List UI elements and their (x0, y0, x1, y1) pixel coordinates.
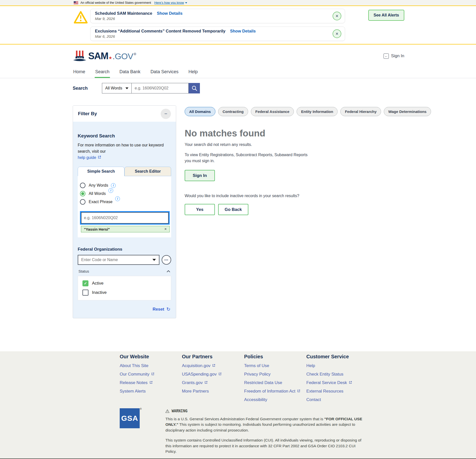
chevron-down-icon (152, 259, 156, 261)
gsa-registered-mark: ® (140, 408, 142, 410)
search-icon (191, 85, 198, 91)
chevron-up-icon[interactable] (166, 269, 170, 273)
chip-remove-icon[interactable]: × (164, 227, 167, 231)
info-icon[interactable]: i (115, 196, 120, 201)
footer-column-our-website: Our Website About This Site Our Communit… (120, 354, 182, 406)
footer-link-federal-service-desk[interactable]: Federal Service Desk (306, 380, 352, 385)
search-label: Search (73, 86, 102, 91)
logo-registered-mark: ® (134, 52, 136, 56)
yes-button[interactable]: Yes (185, 204, 215, 215)
radio-label-all-words: All Words (89, 191, 106, 196)
search-submit-button[interactable] (189, 83, 200, 93)
alert-card: Scheduled SAM Maintenance Show Details M… (90, 9, 345, 23)
sign-in-button[interactable]: Sign In (185, 170, 215, 181)
federal-org-select[interactable]: Enter Code or Name (78, 255, 159, 265)
tab-search-editor[interactable]: Search Editor (124, 167, 171, 176)
footer-link-foia[interactable]: Freedom of Information Act (244, 389, 306, 394)
logo-gov-text: .GOV (112, 51, 133, 61)
radio-all-words[interactable] (80, 191, 85, 196)
main-nav: Home Search Data Bank Data Services Help (0, 67, 476, 78)
nav-item-help[interactable]: Help (188, 67, 198, 78)
nav-item-search[interactable]: Search (95, 67, 110, 78)
more-options-button[interactable]: ••• (162, 255, 171, 265)
footer-link-about-this-site[interactable]: About This Site (120, 363, 182, 368)
warning-paragraph-2: This system contains Controlled Unclassi… (165, 438, 363, 454)
warning-icon (165, 409, 169, 413)
pill-federal-assistance[interactable]: Federal Assistance (251, 107, 294, 116)
domain-filter-pills: All Domains Contracting Federal Assistan… (185, 107, 432, 116)
inactive-records-question: Would you like to include inactive recor… (185, 194, 432, 198)
go-back-button[interactable]: Go Back (218, 204, 248, 215)
alert-title: Exclusions “Additional Comments” Content… (95, 29, 225, 33)
close-icon: × (336, 31, 338, 36)
pill-federal-hierarchy[interactable]: Federal Hierarchy (340, 107, 381, 116)
warning-paragraph-1: This is a U.S. General Services Administ… (165, 416, 363, 433)
info-icon[interactable]: i (108, 188, 113, 193)
pill-entity-information[interactable]: Entity Information (297, 107, 338, 116)
footer-link-restricted-data-use[interactable]: Restricted Data Use (244, 380, 306, 385)
footer-heading: Our Website (120, 354, 182, 360)
alert-close-button[interactable]: × (333, 12, 341, 20)
chevron-down-icon (185, 2, 187, 3)
alert-card: Exclusions “Additional Comments” Content… (90, 26, 345, 41)
keyword-search-input[interactable] (81, 212, 169, 224)
how-you-know-link[interactable]: Here’s how you know (154, 1, 187, 4)
header-sign-in-link[interactable]: ← Sign In (384, 53, 404, 59)
footer-link-accessibility[interactable]: Accessibility (244, 397, 306, 402)
nav-item-data-services[interactable]: Data Services (150, 67, 179, 78)
footer-link-our-community[interactable]: Our Community (120, 372, 182, 377)
keyword-search-tabs: Simple Search Search Editor (78, 167, 171, 176)
info-icon[interactable]: i (111, 183, 116, 188)
help-guide-link[interactable]: help guide (78, 155, 101, 161)
footer-link-more-partners[interactable]: More Partners (182, 389, 244, 394)
status-options-box: ✓ Active Inactive (78, 276, 171, 300)
alert-close-button[interactable]: × (333, 29, 341, 38)
radio-label-any-words: Any Words (89, 183, 108, 188)
federal-org-placeholder: Enter Code or Name (81, 258, 118, 262)
footer-link-help[interactable]: Help (306, 363, 352, 368)
reset-filters-link[interactable]: Reset ↻ (78, 306, 171, 312)
show-details-link[interactable]: Show Details (157, 11, 183, 15)
footer-link-usaspending-gov[interactable]: USASpending.gov (182, 372, 244, 377)
site-header: ★ ★ ★ SAM ★ .GOV ® ← Sign In (0, 44, 476, 67)
show-details-link[interactable]: Show Details (230, 29, 256, 33)
top-search-input[interactable] (132, 83, 189, 93)
gsa-logo: GSA ® (120, 408, 140, 428)
alert-date: Mar 9, 2026 (95, 16, 328, 21)
radio-any-words[interactable] (80, 183, 85, 188)
tab-simple-search[interactable]: Simple Search (78, 167, 124, 176)
external-link-icon (149, 380, 153, 385)
pill-wage-determinations[interactable]: Wage Determinations (384, 107, 431, 116)
footer-link-external-resources[interactable]: External Resources (306, 389, 352, 394)
sam-gov-logo[interactable]: ★ ★ ★ SAM ★ .GOV ® (73, 50, 136, 62)
check-icon: ✓ (84, 281, 87, 286)
keyword-chip-label: "Yassin Hersi" (84, 227, 110, 231)
keyword-search-heading: Keyword Search (78, 133, 171, 139)
footer-link-terms-of-use[interactable]: Terms of Use (244, 363, 306, 368)
logo-star-icon: ★ (108, 55, 112, 60)
see-all-alerts-button[interactable]: See All Alerts (368, 10, 404, 21)
radio-exact-phrase[interactable] (80, 199, 85, 205)
footer-link-acquisition-gov[interactable]: Acquisition.gov (182, 363, 244, 368)
footer-link-privacy-policy[interactable]: Privacy Policy (244, 372, 306, 377)
keyword-info-text: For more information on how to use our k… (78, 142, 171, 161)
pill-all-domains[interactable]: All Domains (185, 107, 215, 116)
svg-text:★: ★ (81, 57, 83, 58)
footer-link-system-alerts[interactable]: System Alerts (120, 389, 182, 394)
collapse-filters-button[interactable]: − (161, 109, 171, 119)
footer-link-release-notes[interactable]: Release Notes (120, 380, 182, 385)
checkbox-inactive[interactable] (82, 290, 88, 296)
checkbox-active[interactable]: ✓ (82, 280, 88, 286)
footer-link-contact[interactable]: Contact (306, 397, 352, 402)
footer-link-check-entity-status[interactable]: Check Entity Status (306, 372, 352, 377)
sign-in-label: Sign In (391, 53, 404, 58)
pill-contracting[interactable]: Contracting (218, 107, 248, 116)
search-scope-select[interactable]: All Words (102, 83, 132, 93)
warning-title: WARNING (165, 409, 363, 413)
warning-section: GSA ® WARNING This is a U.S. General Ser… (0, 406, 476, 459)
svg-text:★: ★ (77, 57, 79, 58)
nav-item-home[interactable]: Home (73, 67, 86, 78)
alert-date: Mar 6, 2026 (95, 34, 328, 38)
footer-link-grants-gov[interactable]: Grants.gov (182, 380, 244, 385)
nav-item-data-bank[interactable]: Data Bank (119, 67, 141, 78)
